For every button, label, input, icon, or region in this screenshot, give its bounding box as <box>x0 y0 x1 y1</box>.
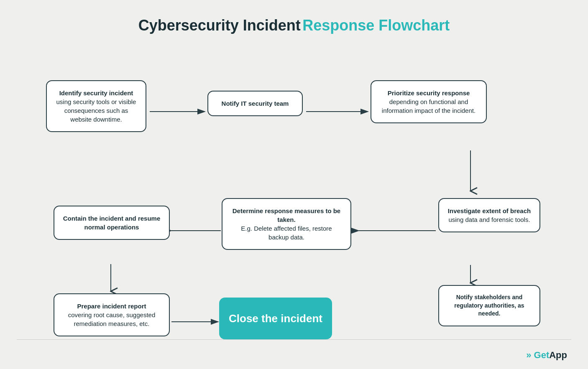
node-determine: Determine response measures to be taken.… <box>222 198 351 250</box>
node-determine-text: E.g. Delete affected files, restore back… <box>241 225 332 241</box>
node-contain-title: Contain the incident and resume normal o… <box>63 215 161 231</box>
node-prioritize: Prioritize security response depending o… <box>371 80 487 123</box>
node-prepare: Prepare incident report covering root ca… <box>54 293 170 336</box>
node-identify-text: using security tools or visible conseque… <box>56 98 136 123</box>
title-part2: Response Flowchart <box>302 17 450 34</box>
divider <box>17 339 571 340</box>
node-notify: Notify IT security team <box>207 91 303 116</box>
node-prepare-title: Prepare incident report <box>77 303 146 310</box>
title-part1: Cybersecurity Incident <box>138 17 301 34</box>
node-prepare-text: covering root cause, suggested remediati… <box>68 311 155 327</box>
node-close-title: Close the incident <box>229 312 322 325</box>
footer-arrows-icon: » <box>526 350 531 361</box>
node-prioritize-title: Prioritize security response <box>388 89 470 97</box>
footer-brand: GetGetAppApp <box>534 350 567 361</box>
node-notify-title: Notify IT security team <box>222 100 289 107</box>
node-identify-title: Identify security incident <box>59 89 133 97</box>
page-title: Cybersecurity Incident Response Flowchar… <box>25 17 563 34</box>
page-wrapper: Cybersecurity Incident Response Flowchar… <box>0 0 588 369</box>
node-determine-title: Determine response measures to be taken. <box>233 207 340 223</box>
node-investigate-text: Investigate extent of breach using data … <box>448 207 531 223</box>
flowchart: Identify security incident using securit… <box>25 51 563 335</box>
node-investigate: Investigate extent of breach using data … <box>438 198 540 232</box>
node-prioritize-text: depending on functional and information … <box>382 98 476 114</box>
footer: » GetGetAppApp <box>526 350 567 361</box>
node-notify-stakeholders-title: Notify stakeholders and regulatory autho… <box>454 294 524 317</box>
node-close: Close the incident <box>219 298 332 339</box>
node-contain: Contain the incident and resume normal o… <box>54 206 170 240</box>
node-identify: Identify security incident using securit… <box>46 80 146 132</box>
node-notify-stakeholders: Notify stakeholders and regulatory autho… <box>438 285 540 326</box>
